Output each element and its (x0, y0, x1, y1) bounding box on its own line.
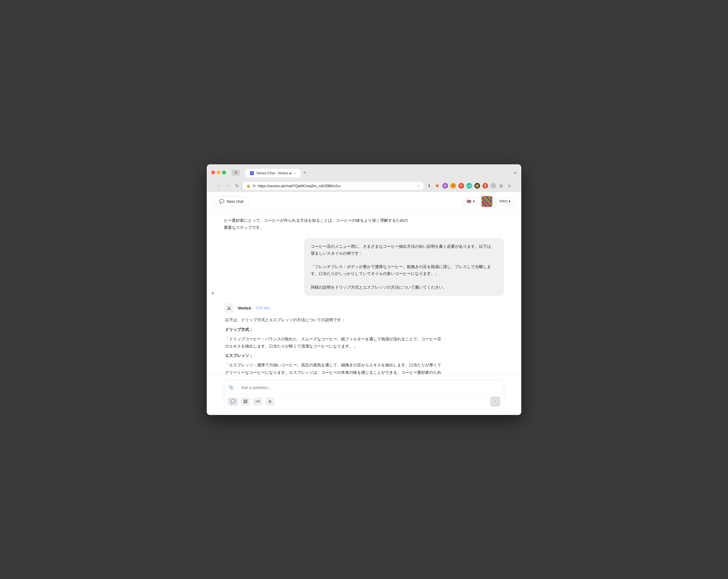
user-message-line3: 同様の説明をドリップ方式とエスプレッソの方法について書いてください。 (311, 284, 497, 291)
bitwarden-icon[interactable]: B (442, 183, 448, 189)
back-button[interactable]: ← (216, 182, 222, 189)
chat-area[interactable]: ▶ ヒー愛好家にとって、コーヒーが作られる方法を知ることは、コーヒーの味をより深… (207, 211, 521, 375)
pro-chevron: ▾ (509, 199, 511, 203)
user-message-line1: コーヒー店のメニュー用に、さまざまなコーヒー抽出方法の短い説明を書く必要がありま… (311, 243, 497, 257)
browser-titlebar: ⊞ V Venice Chat - Venice.ai × + ∨ ← → ↻ … (207, 164, 521, 192)
image-mode-icon: 🖼 (243, 399, 247, 404)
addon-icon3[interactable]: LD (466, 183, 472, 189)
header-right: 🇬🇧 ▾ PRO ▾ (464, 196, 514, 207)
chat-input[interactable] (236, 381, 500, 394)
pro-badge[interactable]: PRO ▾ (496, 197, 514, 205)
browser-navbar: ← → ↻ 🔒 ⊞ https://venice.ai/chat/YQeMCsw… (211, 180, 517, 192)
maximize-button[interactable] (222, 171, 226, 174)
new-chat-button[interactable]: 💬 New chat (214, 196, 249, 206)
forward-button[interactable]: → (225, 182, 231, 189)
close-button[interactable] (211, 171, 215, 174)
browser-window: ⊞ V Venice Chat - Venice.ai × + ∨ ← → ↻ … (207, 164, 521, 415)
code-mode-button[interactable]: </> (253, 397, 263, 406)
ai-section2-text: 「エスプレッソ：濃厚で力強いコーヒー。高圧の蒸気を通して、細挽きの豆からエキスを… (225, 361, 441, 375)
active-tab[interactable]: V Venice Chat - Venice.ai × (245, 169, 301, 177)
addon-icon6[interactable]: ○ (490, 183, 496, 189)
input-toolbar: 💬 🖼 </> ⚙ ↑ (224, 394, 504, 409)
save-icon[interactable]: ⬇ (426, 183, 432, 189)
ai-name-label: Venice (238, 305, 251, 310)
lang-chevron: ▾ (473, 199, 475, 203)
ai-message-header: ⚔ Venice 3.97 sec (224, 303, 441, 313)
context-text-top: ヒー愛好家にとって、コーヒーが作られる方法を知ることは、コーヒーの味をより深く理… (224, 217, 504, 231)
user-avatar[interactable] (482, 196, 492, 207)
flag-icon: 🇬🇧 (467, 199, 471, 203)
pro-label: PRO (499, 199, 508, 203)
code-mode-icon: </> (255, 399, 260, 404)
tab-title: Venice Chat - Venice.ai (256, 171, 292, 175)
ai-message-body: 以下は、ドリップ方式とエスプレッソの方法についての説明です： ドリップ方式： 「… (224, 316, 441, 375)
tab-bar: V Venice Chat - Venice.ai × + (243, 168, 308, 177)
language-selector[interactable]: 🇬🇧 ▾ (464, 197, 478, 205)
minimize-button[interactable] (217, 171, 220, 174)
context-line2: 重要なステップです。 (224, 225, 264, 230)
ai-section1-text: 「ドリップコーヒー：バランスの取れた、スムーズなコーヒー。紙フィルターを通して熱… (225, 335, 441, 350)
new-tab-button[interactable]: + (301, 168, 308, 177)
ai-section2-title: エスプレッソ： (225, 352, 441, 359)
extensions-icon[interactable]: 🦊 (434, 183, 440, 189)
ai-response-time: 3.97 sec (256, 306, 270, 310)
ai-intro: 以下は、ドリップ方式とエスプレッソの方法についての説明です： (225, 316, 441, 324)
ai-section1-title: ドリップ方式： (225, 326, 441, 333)
user-message-bubble: コーヒー店のメニュー用に、さまざまなコーヒー抽出方法の短い説明を書く必要がありま… (304, 238, 504, 296)
addon-icon1[interactable]: 🦊 (450, 183, 456, 189)
window-chevron[interactable]: ∨ (514, 170, 517, 175)
app-header: 💬 New chat 🇬🇧 ▾ PRO ▾ (207, 192, 521, 211)
chat-mode-icon: 💬 (231, 399, 235, 404)
input-box: 📎 💬 🖼 </> ⚙ (224, 380, 504, 409)
new-chat-label: New chat (227, 199, 243, 204)
image-mode-button[interactable]: 🖼 (240, 397, 250, 406)
reload-button[interactable]: ↻ (234, 182, 240, 189)
input-area: 📎 💬 🖼 </> ⚙ (207, 375, 521, 415)
menu-icon[interactable]: ≡ (506, 183, 512, 189)
tab-favicon: V (250, 171, 254, 175)
attach-icon[interactable]: 📎 (228, 385, 234, 390)
browser-toolbar: ⬇ 🦊 B 🦊 P LD 🐱 ₿ ○ ⊞ ≡ (426, 183, 512, 189)
collapse-sidebar-button[interactable]: ▶ (211, 288, 216, 297)
app-content: 💬 New chat 🇬🇧 ▾ PRO ▾ ▶ (207, 192, 521, 415)
tab-close-button[interactable]: × (294, 171, 296, 175)
address-bar[interactable]: 🔒 ⊞ https://venice.ai/chat/YQeMCswj3m_mD… (243, 182, 423, 190)
collapse-icon: ▶ (212, 291, 214, 295)
addon-icon2[interactable]: P (458, 183, 464, 189)
settings-icon: ⚙ (268, 399, 272, 404)
user-message-line2: 「フレンチプレス：ボディが豊かで濃厚なコーヒー。粗挽きの豆を熱湯に浸し、プレスし… (311, 264, 497, 277)
puzzle-icon[interactable]: ⊞ (498, 183, 504, 189)
addon-icon5[interactable]: ₿ (483, 183, 488, 189)
traffic-lights (211, 171, 226, 174)
chat-mode-button[interactable]: 💬 (228, 397, 238, 406)
ai-message: ⚔ Venice 3.97 sec 以下は、ドリップ方式とエスプレッソの方法につ… (224, 303, 441, 375)
addon-icon4[interactable]: 🐱 (474, 183, 480, 189)
chat-bubble-icon: 💬 (219, 199, 225, 204)
send-button[interactable]: ↑ (490, 396, 500, 407)
send-icon: ↑ (494, 399, 496, 404)
svg-text:⚔: ⚔ (227, 305, 232, 311)
url-text: https://venice.ai/chat/YQeMCswj3m_mDJ0BK… (258, 184, 415, 188)
venice-logo-icon: ⚔ (224, 303, 234, 313)
settings-button[interactable]: ⚙ (265, 397, 275, 406)
context-line1: ヒー愛好家にとって、コーヒーが作られる方法を知ることは、コーヒーの味をより深く理… (224, 218, 408, 223)
